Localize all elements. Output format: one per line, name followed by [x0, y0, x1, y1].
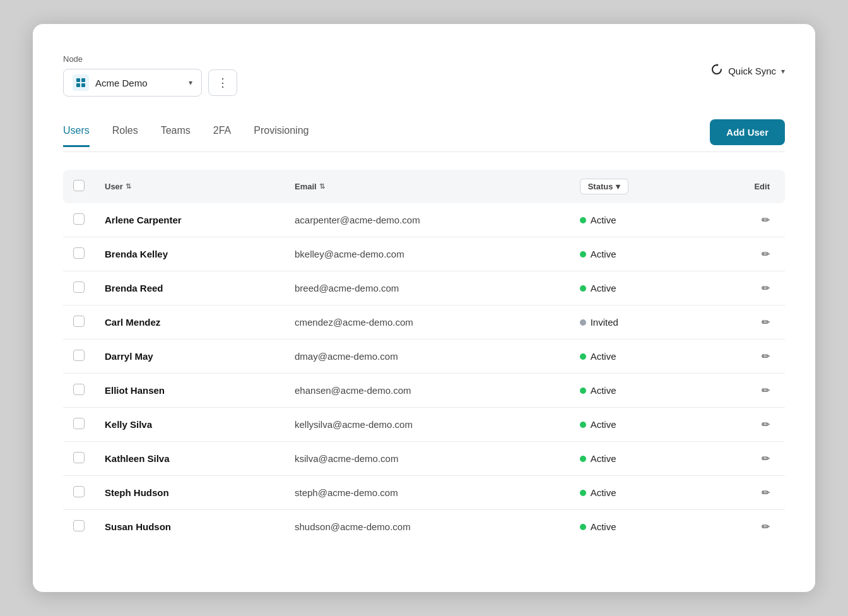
- row-name: Kelly Silva: [95, 408, 285, 442]
- row-name: Elliot Hansen: [95, 374, 285, 408]
- main-window: Node Acme Demo ▾ ⋮: [33, 24, 815, 592]
- header-edit: Edit: [705, 170, 785, 203]
- row-email: cmendez@acme-demo.com: [285, 305, 570, 340]
- row-checkbox[interactable]: [73, 452, 85, 463]
- row-email: ehansen@acme-demo.com: [285, 374, 570, 408]
- row-checkbox-cell: [63, 305, 95, 340]
- row-checkbox-cell: [63, 510, 95, 544]
- status-badge: Active: [591, 521, 616, 532]
- edit-icon[interactable]: ✏: [762, 249, 770, 259]
- edit-icon[interactable]: ✏: [762, 283, 770, 293]
- row-checkbox[interactable]: [73, 350, 85, 361]
- row-email: breed@acme-demo.com: [285, 271, 570, 305]
- users-table: User ⇅ Email ⇅ Status ▾: [63, 170, 785, 543]
- status-column-label: Status: [588, 182, 613, 191]
- row-name: Kathleen Silva: [95, 442, 285, 476]
- edit-icon[interactable]: ✏: [762, 351, 770, 362]
- edit-icon[interactable]: ✏: [762, 419, 770, 430]
- tab-provisioning[interactable]: Provisioning: [254, 125, 309, 147]
- row-checkbox[interactable]: [73, 486, 85, 497]
- svg-rect-0: [76, 78, 80, 82]
- row-status: Active: [570, 340, 705, 374]
- row-name: Susan Hudson: [95, 510, 285, 544]
- edit-icon[interactable]: ✏: [762, 215, 770, 225]
- refresh-icon: [710, 63, 723, 79]
- row-checkbox-cell: [63, 203, 95, 237]
- row-edit: ✏: [705, 271, 785, 305]
- table-row: Arlene Carpenter acarpenter@acme-demo.co…: [63, 203, 785, 237]
- row-name: Arlene Carpenter: [95, 203, 285, 237]
- user-sort-icon[interactable]: ⇅: [126, 182, 131, 191]
- row-checkbox[interactable]: [73, 520, 85, 531]
- row-status: Active: [570, 237, 705, 271]
- row-status: Active: [570, 203, 705, 237]
- node-controls: Acme Demo ▾ ⋮: [63, 69, 237, 97]
- status-badge: Active: [591, 283, 616, 293]
- row-email: kellysilva@acme-demo.com: [285, 408, 570, 442]
- row-email: acarpenter@acme-demo.com: [285, 203, 570, 237]
- header: Node Acme Demo ▾ ⋮: [63, 54, 785, 97]
- row-checkbox-cell: [63, 374, 95, 408]
- edit-icon[interactable]: ✏: [762, 487, 770, 498]
- row-edit: ✏: [705, 442, 785, 476]
- status-badge: Invited: [591, 317, 618, 328]
- edit-icon[interactable]: ✏: [762, 317, 770, 328]
- row-checkbox[interactable]: [73, 316, 85, 327]
- row-edit: ✏: [705, 510, 785, 544]
- header-status: Status ▾: [570, 170, 705, 203]
- row-checkbox[interactable]: [73, 384, 85, 395]
- more-button[interactable]: ⋮: [208, 69, 237, 96]
- header-checkbox-cell: [63, 170, 95, 203]
- row-email: dmay@acme-demo.com: [285, 340, 570, 374]
- table-row: Elliot Hansen ehansen@acme-demo.com Acti…: [63, 374, 785, 408]
- table-row: Brenda Reed breed@acme-demo.com Active ✏: [63, 271, 785, 305]
- table-body: Arlene Carpenter acarpenter@acme-demo.co…: [63, 203, 785, 543]
- status-filter-button[interactable]: Status ▾: [580, 179, 629, 194]
- row-checkbox[interactable]: [73, 247, 85, 259]
- row-checkbox[interactable]: [73, 418, 85, 429]
- status-badge: Active: [591, 419, 616, 430]
- table-row: Brenda Kelley bkelley@acme-demo.com Acti…: [63, 237, 785, 271]
- status-dot-icon: [580, 456, 586, 462]
- row-status: Active: [570, 510, 705, 544]
- select-all-checkbox[interactable]: [73, 180, 85, 191]
- tab-roles[interactable]: Roles: [112, 125, 138, 147]
- svg-rect-1: [81, 78, 85, 82]
- table-row: Kelly Silva kellysilva@acme-demo.com Act…: [63, 408, 785, 442]
- status-dot-icon: [580, 524, 586, 530]
- row-status: Invited: [570, 305, 705, 340]
- row-edit: ✏: [705, 305, 785, 340]
- users-table-wrap: User ⇅ Email ⇅ Status ▾: [63, 170, 785, 543]
- row-checkbox[interactable]: [73, 213, 85, 225]
- row-status: Active: [570, 374, 705, 408]
- node-label: Node: [63, 54, 237, 64]
- node-icon: [73, 74, 89, 91]
- edit-icon[interactable]: ✏: [762, 453, 770, 464]
- edit-icon[interactable]: ✏: [762, 521, 770, 532]
- row-status: Active: [570, 271, 705, 305]
- quick-sync-label: Quick Sync: [728, 66, 776, 76]
- table-row: Carl Mendez cmendez@acme-demo.com Invite…: [63, 305, 785, 340]
- edit-icon[interactable]: ✏: [762, 385, 770, 396]
- email-column-label: Email: [295, 182, 317, 191]
- row-edit: ✏: [705, 340, 785, 374]
- status-dot-icon: [580, 422, 586, 428]
- status-badge: Active: [591, 351, 616, 362]
- tab-users[interactable]: Users: [63, 125, 90, 147]
- quick-sync-button[interactable]: Quick Sync ▾: [710, 63, 785, 79]
- svg-rect-2: [76, 83, 80, 87]
- node-dropdown[interactable]: Acme Demo ▾: [63, 69, 202, 97]
- row-email: shudson@acme-demo.com: [285, 510, 570, 544]
- email-sort-icon[interactable]: ⇅: [319, 182, 325, 191]
- row-name: Brenda Kelley: [95, 237, 285, 271]
- row-email: bkelley@acme-demo.com: [285, 237, 570, 271]
- row-checkbox-cell: [63, 271, 95, 305]
- row-edit: ✏: [705, 203, 785, 237]
- row-name: Carl Mendez: [95, 305, 285, 340]
- tab-2fa[interactable]: 2FA: [213, 125, 231, 147]
- row-email: ksilva@acme-demo.com: [285, 442, 570, 476]
- add-user-button[interactable]: Add User: [710, 119, 785, 145]
- tab-teams[interactable]: Teams: [161, 125, 191, 147]
- row-edit: ✏: [705, 237, 785, 271]
- row-checkbox[interactable]: [73, 281, 85, 293]
